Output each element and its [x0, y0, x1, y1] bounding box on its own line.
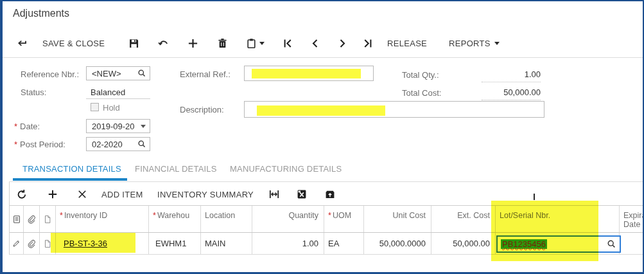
row-attachment-button[interactable]: [24, 233, 40, 254]
refresh-button[interactable]: [16, 188, 27, 199]
col-header-uom[interactable]: *UOM: [324, 206, 364, 232]
files-column-header[interactable]: [40, 206, 56, 232]
post-period-label: *Post Period:: [14, 140, 65, 149]
date-field[interactable]: 2019-09-20: [86, 119, 150, 133]
description-field[interactable]: [244, 101, 544, 118]
row-edit-indicator: [10, 233, 24, 254]
col-header-ext-cost[interactable]: Ext. Cost: [431, 206, 496, 232]
copy-paste-button[interactable]: [245, 38, 265, 49]
cell-inventory-id: PB-ST-3-36: [56, 233, 149, 254]
chevron-down-icon: [259, 42, 265, 45]
post-period-field[interactable]: 02-2020: [86, 137, 150, 151]
undo-icon: [158, 38, 169, 49]
save-icon: [128, 38, 139, 49]
chevron-right-icon: [337, 38, 348, 49]
row-note-button[interactable]: [40, 233, 56, 254]
redaction-highlight: [257, 105, 385, 116]
status-label: Status:: [21, 87, 46, 97]
save-close-button[interactable]: SAVE & CLOSE: [42, 39, 105, 48]
reports-menu-button[interactable]: REPORTS: [449, 39, 500, 48]
inventory-id-link[interactable]: PB-ST-3-36: [64, 239, 107, 248]
pencil-icon: [12, 239, 21, 248]
notes-column-header[interactable]: [10, 206, 24, 232]
calendar-dropdown-icon[interactable]: [141, 125, 146, 128]
col-header-unit-cost[interactable]: Unit Cost: [364, 206, 431, 232]
cell-location[interactable]: MAIN: [201, 233, 252, 254]
cell-uom[interactable]: EA: [324, 233, 364, 254]
reference-nbr-label: Reference Nbr.:: [21, 69, 79, 79]
add-row-button[interactable]: [47, 188, 58, 199]
upload-box-icon: [325, 189, 335, 199]
redaction-highlight: [252, 69, 361, 78]
external-ref-field[interactable]: [244, 66, 374, 81]
fit-to-screen-button[interactable]: [268, 188, 279, 199]
date-label: *Date:: [14, 122, 40, 131]
attachments-column-header[interactable]: [24, 206, 40, 232]
import-file-button[interactable]: [324, 188, 335, 199]
last-record-button[interactable]: [362, 38, 373, 49]
cell-warehouse[interactable]: EWHM1: [149, 233, 201, 254]
delete-button[interactable]: [217, 38, 228, 49]
total-qty-label: Total Qty.:: [402, 70, 439, 80]
col-header-warehouse[interactable]: *Warehou: [149, 206, 201, 232]
excel-icon: [297, 189, 307, 199]
first-record-icon: [283, 38, 293, 49]
total-cost-label: Total Cost:: [402, 88, 441, 98]
inventory-summary-button[interactable]: INVENTORY SUMMARY: [157, 190, 254, 199]
toolbar-divider: [3, 57, 643, 58]
reference-nbr-field[interactable]: <NEW>: [86, 66, 150, 80]
status-value: Balanced: [91, 87, 125, 97]
lookup-icon[interactable]: [607, 239, 616, 249]
cell-ext-cost[interactable]: 50,000.00: [431, 233, 496, 254]
first-record-button[interactable]: [283, 38, 293, 49]
delete-row-button[interactable]: [76, 188, 87, 199]
tab-manufacturing-details[interactable]: MANUFACTURING DETAILS: [230, 164, 342, 174]
back-button[interactable]: [17, 38, 28, 49]
add-item-button[interactable]: ADD ITEM: [101, 190, 143, 199]
paperclip-icon: [27, 239, 36, 248]
clipboard-icon: [246, 38, 257, 49]
table-header-row: *Inventory ID *Warehou Location Quantity…: [10, 205, 643, 233]
back-icon: [17, 38, 28, 49]
col-header-lot-serial[interactable]: Lot/Serial Nbr.: [496, 206, 620, 232]
total-qty-value: 1.00: [482, 69, 541, 82]
col-header-quantity[interactable]: Quantity: [252, 206, 324, 232]
release-button[interactable]: RELEASE: [387, 39, 427, 48]
col-header-location[interactable]: Location: [201, 206, 252, 232]
plus-icon: [48, 189, 58, 199]
hold-label: Hold: [103, 103, 120, 113]
last-record-icon: [362, 38, 373, 49]
status-underline: [86, 98, 150, 99]
chevron-left-icon: [309, 38, 320, 49]
paperclip-icon: [27, 215, 36, 224]
file-icon: [43, 215, 52, 224]
page-title: Adjustments: [13, 8, 69, 19]
total-cost-value: 50,000.00: [482, 87, 541, 100]
save-button[interactable]: [128, 38, 139, 49]
description-label: Description:: [180, 105, 224, 114]
undo-button[interactable]: [158, 38, 169, 49]
cell-quantity[interactable]: 1.00: [252, 233, 324, 254]
hold-checkbox[interactable]: [91, 103, 99, 111]
x-icon: [77, 189, 87, 199]
external-ref-label: External Ref.:: [180, 69, 231, 79]
cell-unit-cost[interactable]: 50,000.0000: [364, 233, 431, 254]
lookup-icon[interactable]: [137, 69, 146, 78]
selected-text: PB1235456: [501, 239, 547, 249]
trash-icon: [217, 38, 228, 49]
next-record-button[interactable]: [337, 38, 348, 49]
lookup-icon[interactable]: [137, 140, 146, 149]
col-header-expiration-date[interactable]: Expiration Date: [620, 206, 643, 232]
col-header-inventory-id[interactable]: *Inventory ID: [56, 206, 149, 232]
active-tab-underline: [13, 178, 127, 181]
previous-record-button[interactable]: [309, 38, 320, 49]
tab-transaction-details[interactable]: TRANSACTION DETAILS: [22, 164, 121, 174]
tab-financial-details[interactable]: FINANCIAL DETAILS: [135, 164, 217, 174]
cell-expiration-date[interactable]: [620, 233, 643, 254]
chevron-down-icon: [494, 42, 500, 45]
export-excel-button[interactable]: [296, 188, 307, 199]
add-button[interactable]: [187, 38, 198, 49]
refresh-icon: [17, 189, 27, 199]
note-icon: [12, 215, 21, 224]
lot-serial-editor-input[interactable]: PB1235456: [496, 235, 621, 253]
